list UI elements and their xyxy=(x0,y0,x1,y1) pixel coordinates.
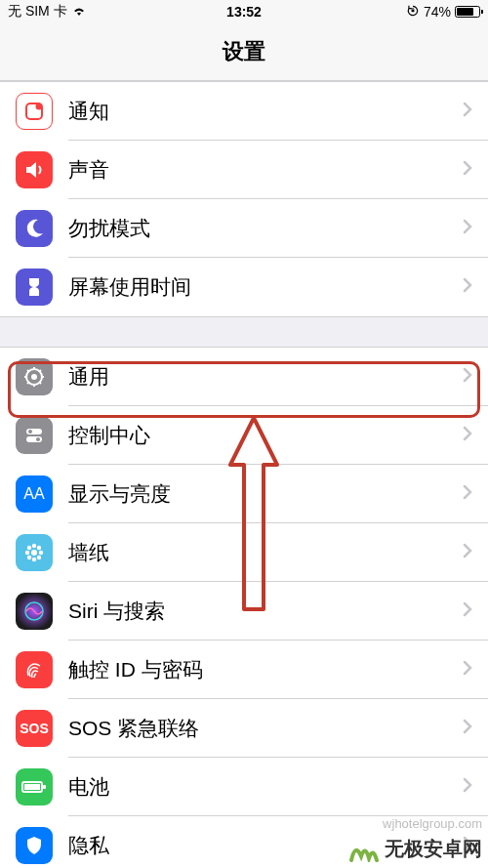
battery-icon xyxy=(455,6,480,18)
row-label: 通用 xyxy=(68,363,463,391)
battery-percentage: 74% xyxy=(424,4,451,20)
svg-line-9 xyxy=(27,370,29,372)
svg-point-21 xyxy=(39,551,43,555)
touchid-icon xyxy=(16,651,53,688)
svg-point-22 xyxy=(27,546,31,550)
row-screentime[interactable]: 屏幕使用时间 xyxy=(0,258,488,316)
status-right: 74% xyxy=(406,4,480,21)
sos-icon: SOS xyxy=(16,710,53,747)
svg-point-4 xyxy=(31,374,37,380)
row-label: Siri 与搜索 xyxy=(68,598,463,625)
svg-point-2 xyxy=(36,103,43,110)
orientation-lock-icon xyxy=(406,4,420,21)
row-label: 电池 xyxy=(68,773,463,801)
settings-section-2: 通用 控制中心 AA 显示与亮度 墙纸 Siri 与搜索 触控 ID 与密码 xyxy=(0,347,488,868)
svg-point-19 xyxy=(32,558,36,561)
svg-point-16 xyxy=(36,437,40,441)
page-title: 设置 xyxy=(0,37,488,66)
dnd-icon xyxy=(16,210,53,247)
row-general[interactable]: 通用 xyxy=(0,348,488,406)
row-control-center[interactable]: 控制中心 xyxy=(0,406,488,465)
chevron-right-icon xyxy=(463,719,472,738)
chevron-right-icon xyxy=(463,484,472,504)
privacy-icon xyxy=(16,827,53,864)
notifications-icon xyxy=(16,93,53,130)
svg-rect-0 xyxy=(412,9,415,11)
sim-status: 无 SIM 卡 xyxy=(8,3,67,21)
row-label: 屏幕使用时间 xyxy=(68,273,463,301)
chevron-right-icon xyxy=(463,601,472,621)
row-label: 显示与亮度 xyxy=(68,480,463,508)
svg-rect-28 xyxy=(43,785,46,789)
svg-point-23 xyxy=(37,546,41,550)
sound-icon xyxy=(16,151,53,188)
chevron-right-icon xyxy=(463,102,472,121)
svg-point-24 xyxy=(27,556,31,559)
general-icon xyxy=(16,358,53,395)
row-battery[interactable]: 电池 xyxy=(0,758,488,816)
screentime-icon xyxy=(16,269,53,306)
chevron-right-icon xyxy=(463,777,472,797)
status-time: 13:52 xyxy=(226,4,262,20)
svg-rect-29 xyxy=(24,784,40,790)
svg-point-14 xyxy=(28,430,32,434)
siri-icon xyxy=(16,593,53,630)
row-sos[interactable]: SOS SOS 紧急联络 xyxy=(0,699,488,758)
svg-line-11 xyxy=(27,382,29,384)
chevron-right-icon xyxy=(463,543,472,562)
chevron-right-icon xyxy=(463,160,472,180)
row-display[interactable]: AA 显示与亮度 xyxy=(0,465,488,523)
chevron-right-icon xyxy=(463,277,472,297)
row-sounds[interactable]: 声音 xyxy=(0,141,488,199)
brand-text: 无极安卓网 xyxy=(385,836,482,862)
row-label: 墙纸 xyxy=(68,539,463,566)
control-center-icon xyxy=(16,417,53,454)
wifi-icon xyxy=(71,4,87,20)
chevron-right-icon xyxy=(463,426,472,445)
row-label: 触控 ID 与密码 xyxy=(68,656,463,683)
wallpaper-icon xyxy=(16,534,53,571)
svg-line-10 xyxy=(39,382,41,384)
battery-menu-icon xyxy=(16,768,53,806)
brand-logo: 无极安卓网 xyxy=(349,836,482,862)
row-notifications[interactable]: 通知 xyxy=(0,82,488,141)
row-siri[interactable]: Siri 与搜索 xyxy=(0,582,488,641)
watermark-url: wjhotelgroup.com xyxy=(383,816,482,831)
chevron-right-icon xyxy=(463,367,472,387)
row-label: 通知 xyxy=(68,98,463,125)
chevron-right-icon xyxy=(463,219,472,238)
row-label: 控制中心 xyxy=(68,422,463,449)
svg-point-17 xyxy=(31,550,37,556)
row-label: 声音 xyxy=(68,156,463,184)
svg-point-25 xyxy=(37,556,41,559)
status-left: 无 SIM 卡 xyxy=(8,3,87,21)
page-header: 设置 xyxy=(0,23,488,81)
chevron-right-icon xyxy=(463,660,472,680)
svg-line-12 xyxy=(39,370,41,372)
row-label: 勿扰模式 xyxy=(68,215,463,242)
row-dnd[interactable]: 勿扰模式 xyxy=(0,199,488,258)
row-touchid[interactable]: 触控 ID 与密码 xyxy=(0,641,488,699)
row-wallpaper[interactable]: 墙纸 xyxy=(0,523,488,582)
display-icon: AA xyxy=(16,475,53,513)
status-bar: 无 SIM 卡 13:52 74% xyxy=(0,0,488,23)
svg-point-18 xyxy=(32,544,36,548)
settings-section-1: 通知 声音 勿扰模式 屏幕使用时间 xyxy=(0,81,488,317)
svg-point-20 xyxy=(25,551,29,555)
row-label: SOS 紧急联络 xyxy=(68,715,463,742)
